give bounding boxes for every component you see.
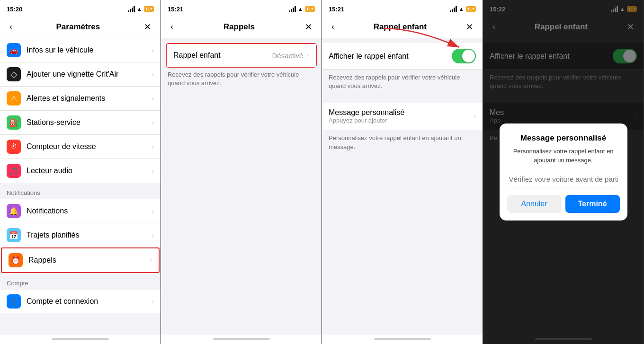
list-item-speedometer[interactable]: ⏱ Compteur de vitesse › xyxy=(0,135,161,159)
nav-title-1: Paramètres xyxy=(56,22,100,32)
cancel-button[interactable]: Annuler xyxy=(507,195,562,213)
personalized-message-row[interactable]: Message personnalisé Appuyez pour ajoute… xyxy=(322,103,483,130)
status-icons-1: ▲ 11+ xyxy=(128,6,154,12)
audio-label: Lecteur audio xyxy=(27,167,150,175)
home-indicator-1 xyxy=(0,335,161,344)
screen-rappel-enfant-modal: 15:22 ▲ 11+ ‹ Rappel enfant ✕ Afficher l… xyxy=(483,0,644,344)
status-bar-2: 15:21 ▲ 11+ xyxy=(161,0,322,17)
home-indicator-2 xyxy=(161,335,322,344)
vignette-label: Ajouter une vignette Crit'Air xyxy=(27,70,150,79)
section-vehicle: 🚗 Infos sur le véhicule › ◇ Ajouter une … xyxy=(0,38,161,183)
chevron-icon: › xyxy=(152,95,154,102)
modal-title: Message personnalisé xyxy=(507,133,620,143)
toggle-switch[interactable] xyxy=(452,49,476,63)
stations-label: Stations-service xyxy=(27,118,150,127)
chevron-icon: › xyxy=(152,207,154,215)
back-button-2[interactable]: ‹ xyxy=(168,21,176,33)
toggle-row: Afficher le rappel enfant xyxy=(322,43,483,70)
rappel-enfant-item-highlighted[interactable]: Rappel enfant Désactivé › xyxy=(166,43,317,68)
setting-desc-1: Recevez des rappels pour vérifier votre … xyxy=(322,70,483,94)
alerts-label: Alertes et signalements xyxy=(27,94,150,103)
trips-icon: 📅 xyxy=(7,228,21,242)
list-item-trips[interactable]: 📅 Trajets planifiés › xyxy=(0,223,161,247)
rappel-enfant-row[interactable]: Rappel enfant Désactivé › xyxy=(167,44,316,67)
back-button-1[interactable]: ‹ xyxy=(7,21,15,33)
modal-input[interactable] xyxy=(507,171,620,187)
status-icons-2: ▲ 11+ xyxy=(289,6,315,12)
speedometer-icon: ⏱ xyxy=(7,140,21,154)
close-button-2[interactable]: ✕ xyxy=(302,21,315,33)
chevron-icon: › xyxy=(152,46,154,54)
screen-parametres: 15:20 ▲ 11+ ‹ Paramètres ✕ 🚗 Infos sur l… xyxy=(0,0,161,344)
confirm-button[interactable]: Terminé xyxy=(565,195,620,213)
chevron-icon: › xyxy=(152,119,154,126)
rappel-description: Recevez des rappels pour vérifier votre … xyxy=(161,68,322,93)
section-notifications: Notifications 🔔 Notifications › 📅 Trajet… xyxy=(0,183,161,273)
chevron-icon: › xyxy=(474,113,476,120)
personalized-title: Message personnalisé xyxy=(329,108,472,117)
rappels-content: Rappel enfant Désactivé › Recevez des ra… xyxy=(161,38,322,335)
list-item-notifications[interactable]: 🔔 Notifications › xyxy=(0,199,161,223)
rappel-enfant-label: Rappel enfant xyxy=(173,51,272,60)
status-bar-3: 15:21 ▲ 11+ xyxy=(322,0,483,17)
status-time-2: 15:21 xyxy=(168,6,183,13)
nav-bar-2: ‹ Rappels ✕ xyxy=(161,17,322,38)
list-item-audio[interactable]: 🎵 Lecteur audio › xyxy=(0,159,161,183)
list-item-vehicle-info[interactable]: 🚗 Infos sur le véhicule › xyxy=(0,38,161,62)
modal-buttons: Annuler Terminé xyxy=(507,195,620,213)
list-item-alerts[interactable]: ⚠ Alertes et signalements › xyxy=(0,87,161,111)
nav-bar-3: ‹ Rappel enfant ✕ xyxy=(322,17,483,38)
vignette-icon: ◇ xyxy=(7,67,21,81)
battery-badge-1: 11+ xyxy=(144,6,154,12)
signal-icon-3 xyxy=(450,6,457,12)
list-item-stations[interactable]: ⛽ Stations-service › xyxy=(0,111,161,135)
chevron-icon: › xyxy=(152,231,154,239)
screen-rappel-enfant: 15:21 ▲ 11+ ‹ Rappel enfant ✕ Afficher l… xyxy=(322,0,483,344)
list-item-account[interactable]: 👤 Compte et connexion › xyxy=(0,290,161,313)
wifi-icon-1: ▲ xyxy=(137,6,142,12)
chevron-icon: › xyxy=(152,71,154,78)
alerts-icon: ⚠ xyxy=(7,91,21,106)
vehicle-icon: 🚗 xyxy=(7,43,21,57)
nav-title-3: Rappel enfant xyxy=(374,22,427,32)
vehicle-info-label: Infos sur le véhicule xyxy=(27,46,150,54)
rappels-label: Rappels xyxy=(28,256,148,265)
status-icons-3: ▲ 11+ xyxy=(450,6,476,12)
stations-icon: ⛽ xyxy=(7,115,21,130)
setting-desc-2: Personnalisez votre rappel enfant en ajo… xyxy=(322,130,483,155)
account-icon: 👤 xyxy=(7,294,21,309)
notifications-section-header: Notifications xyxy=(0,183,161,199)
chevron-icon: › xyxy=(152,167,154,175)
compte-section-header: Compte xyxy=(0,273,161,290)
close-button-1[interactable]: ✕ xyxy=(141,21,154,33)
notifications-icon: 🔔 xyxy=(7,204,21,218)
modal-description: Personnalisez votre rappel enfant en ajo… xyxy=(507,147,620,164)
status-time-1: 15:20 xyxy=(7,6,22,13)
speedometer-label: Compteur de vitesse xyxy=(27,142,150,151)
list-item-vignette[interactable]: ◇ Ajouter une vignette Crit'Air › xyxy=(0,62,161,87)
rappel-enfant-content: Afficher le rappel enfant Recevez des ra… xyxy=(322,38,483,335)
back-button-3[interactable]: ‹ xyxy=(329,21,337,33)
nav-title-2: Rappels xyxy=(224,22,255,32)
chevron-icon: › xyxy=(152,143,154,150)
signal-icon-2 xyxy=(289,6,296,12)
modal-overlay: Message personnalisé Personnalisez votre… xyxy=(483,0,644,344)
rappel-enfant-value: Désactivé xyxy=(272,52,303,60)
signal-icon-1 xyxy=(128,6,135,12)
status-time-3: 15:21 xyxy=(329,6,344,13)
home-indicator-3 xyxy=(322,335,483,344)
chevron-icon: › xyxy=(150,256,152,264)
audio-icon: 🎵 xyxy=(7,164,21,178)
personalized-text-block: Message personnalisé Appuyez pour ajoute… xyxy=(329,108,472,124)
status-bar-1: 15:20 ▲ 11+ xyxy=(0,0,161,17)
nav-bar-1: ‹ Paramètres ✕ xyxy=(0,17,161,38)
list-item-rappels[interactable]: ⏰ Rappels › xyxy=(1,247,160,273)
close-button-3[interactable]: ✕ xyxy=(463,21,476,33)
battery-badge-3: 11+ xyxy=(466,6,476,12)
section-compte: Compte 👤 Compte et connexion › xyxy=(0,273,161,313)
wifi-icon-3: ▲ xyxy=(459,6,464,12)
account-label: Compte et connexion xyxy=(27,297,150,306)
screen-rappels: 15:21 ▲ 11+ ‹ Rappels ✕ Rappel enfant Dé… xyxy=(161,0,322,344)
chevron-icon: › xyxy=(307,52,309,59)
personalized-subtitle: Appuyez pour ajouter xyxy=(329,117,472,124)
